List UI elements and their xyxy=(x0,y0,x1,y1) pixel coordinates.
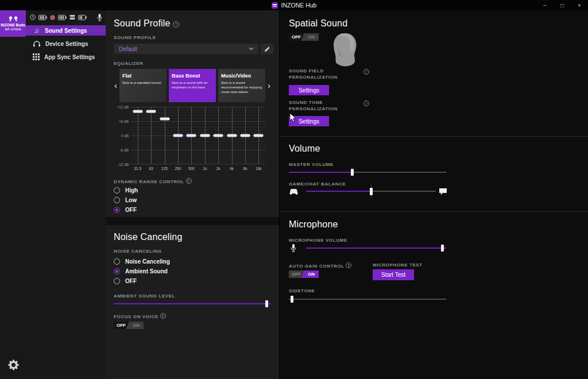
eq-band-8k[interactable] xyxy=(238,107,252,164)
right-column: Spatial Sound OFF ON SOUND FIELD PERSONA… xyxy=(279,10,588,379)
head-model-image xyxy=(329,32,360,68)
eq-handle xyxy=(254,134,264,137)
maximize-button[interactable]: □ xyxy=(554,0,571,10)
nc-radio-off[interactable]: OFF xyxy=(114,278,137,284)
sound-profile-value: Default xyxy=(114,46,249,52)
right-earbud-indicator-icon xyxy=(50,15,55,20)
eq-band-label: 250 xyxy=(171,167,184,171)
eq-handle xyxy=(133,110,142,113)
eq-band-label: 31.5 xyxy=(131,167,144,171)
drc-label: DYNAMIC RANGE CONTROL xyxy=(114,179,184,184)
case-battery-icon xyxy=(78,15,87,20)
sidebar-item-device-settings[interactable]: Device Settings xyxy=(26,38,106,49)
eq-preset-music-video[interactable]: Music/Video Sets to a sound recommended … xyxy=(218,69,265,102)
eq-band-label: 125 xyxy=(158,167,171,171)
eq-handle xyxy=(200,134,210,137)
eq-band-4k[interactable] xyxy=(225,107,238,164)
auto-gain-control-label: AUTO GAIN CONTROL xyxy=(289,264,345,269)
game-chat-balance-slider[interactable] xyxy=(306,188,436,195)
eq-preset-flat[interactable]: Flat Sets to a standard sound. xyxy=(119,69,167,102)
eq-handle xyxy=(227,134,237,137)
eq-band-31.5[interactable] xyxy=(131,107,144,164)
close-button[interactable]: × xyxy=(571,0,588,10)
case-icon xyxy=(69,14,75,20)
ambient-sound-level-label: AMBIENT SOUND LEVEL xyxy=(114,293,175,299)
left-earbud-battery-icon xyxy=(38,15,47,20)
eq-handle xyxy=(160,117,169,120)
sidebar-menu: ♫ Sound Settings Device Settings xyxy=(0,25,106,65)
eq-band-label: 500 xyxy=(185,167,198,171)
preset-prev-button[interactable]: ‹ xyxy=(114,82,117,90)
spatial-sound-toggle[interactable]: OFF ON xyxy=(289,33,319,41)
sidetone-slider[interactable] xyxy=(289,296,446,303)
drc-radio-low[interactable]: Low xyxy=(114,197,137,203)
focus-on-voice-help-icon[interactable] xyxy=(160,313,166,319)
drc-radio-off[interactable]: OFF xyxy=(114,207,137,213)
eq-band-250[interactable] xyxy=(171,107,184,164)
eq-ytick: -6 dB xyxy=(119,148,129,152)
eq-ytick: -12 dB xyxy=(118,163,129,167)
auto-gain-control-toggle[interactable]: OFF ON xyxy=(289,270,319,278)
eq-band-2k[interactable] xyxy=(211,107,225,164)
titlebar: INZONE Hub − □ × xyxy=(0,0,588,10)
sound-field-personalization-label: SOUND FIELD PERSONALIZATION xyxy=(289,68,358,80)
mouse-cursor xyxy=(289,113,296,123)
headphones-icon xyxy=(33,40,41,47)
sound-tone-personalization-label: SOUND TONE PERSONALIZATION xyxy=(289,99,358,112)
focus-on-voice-label: FOCUS ON VOICE xyxy=(114,314,158,319)
volume-section: Volume MASTER VOLUME GAME/CHAT BALANCE xyxy=(280,136,588,211)
sound-profile-dropdown[interactable]: Default xyxy=(114,44,258,54)
sound-tone-help-icon[interactable] xyxy=(363,100,369,106)
sidebar-item-app-sync-settings[interactable]: App Sync Settings xyxy=(26,52,106,62)
drc-radio-high[interactable]: High xyxy=(114,187,138,194)
gear-icon xyxy=(8,359,19,370)
battery-status-row xyxy=(30,14,87,20)
eq-band-label: 2k xyxy=(211,167,225,171)
right-earbud-battery-icon xyxy=(58,15,67,20)
focus-on-voice-toggle[interactable]: OFF ON xyxy=(114,322,144,329)
window-title: INZONE Hub xyxy=(281,2,317,9)
preset-next-button[interactable]: › xyxy=(268,82,270,90)
drc-help-icon[interactable] xyxy=(186,178,192,184)
start-test-button[interactable]: Start Test xyxy=(373,269,414,280)
nc-radio-ambient-sound[interactable]: Ambient Sound xyxy=(114,268,168,274)
eq-band-63[interactable] xyxy=(144,107,157,164)
eq-band-500[interactable] xyxy=(185,107,198,164)
eq-band-label: 4k xyxy=(225,167,238,171)
eq-band-125[interactable] xyxy=(158,107,171,164)
pencil-icon xyxy=(264,46,270,52)
eq-handle xyxy=(214,134,223,137)
sound-field-settings-button[interactable]: Settings xyxy=(289,85,329,95)
eq-plot xyxy=(131,107,265,164)
sound-profile-help-icon[interactable] xyxy=(173,21,179,28)
master-volume-label: MASTER VOLUME xyxy=(289,162,334,167)
edit-profile-button[interactable] xyxy=(261,44,273,54)
microphone-section: Microphone MICROPHONE VOLUME AUTO GAIN C… xyxy=(280,211,588,379)
minimize-button[interactable]: − xyxy=(536,0,554,10)
eq-band-label: 1k xyxy=(198,167,211,171)
sound-field-help-icon[interactable] xyxy=(363,69,369,75)
eq-band-1k[interactable] xyxy=(198,107,211,164)
ambient-sound-level-slider[interactable] xyxy=(114,300,271,307)
music-note-icon: ♫ xyxy=(33,27,40,34)
eq-preset-bass-boost[interactable]: Bass Boost Sets to a sound with an empha… xyxy=(169,69,216,102)
eq-handle xyxy=(240,134,250,137)
master-volume-slider[interactable] xyxy=(289,169,446,176)
settings-gear-button[interactable] xyxy=(8,359,20,371)
eq-handle xyxy=(173,134,183,137)
microphone-volume-slider[interactable] xyxy=(306,245,446,252)
noise-canceling-section-label: NOISE CANCELING xyxy=(114,249,162,254)
sidebar-item-sound-settings[interactable]: ♫ Sound Settings xyxy=(26,25,106,36)
auto-gain-control-help-icon[interactable] xyxy=(346,262,351,268)
eq-ytick: +6 dB xyxy=(119,119,129,123)
chat-bubble-icon xyxy=(439,188,447,195)
eq-band-label: 63 xyxy=(144,167,157,171)
grid-icon xyxy=(33,53,40,60)
eq-handle xyxy=(187,134,196,137)
spatial-sound-section: Spatial Sound OFF ON SOUND FIELD PERSONA… xyxy=(280,10,588,136)
game-chat-balance-label: GAME/CHAT BALANCE xyxy=(289,181,346,187)
microphone-volume-label: MICROPHONE VOLUME xyxy=(289,238,347,243)
nc-radio-noise-canceling[interactable]: Noise Canceling xyxy=(114,258,170,265)
clock-icon xyxy=(30,14,36,20)
eq-band-16k[interactable] xyxy=(252,107,265,164)
